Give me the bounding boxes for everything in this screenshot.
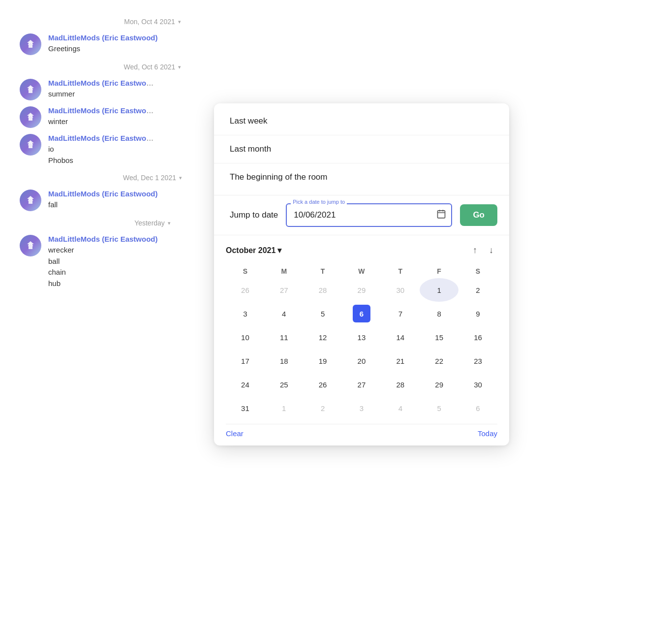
calendar-day[interactable]: 15	[420, 325, 458, 349]
message-text-1: Greetings	[48, 43, 158, 55]
date-input-wrapper: Pick a date to jump to	[286, 203, 452, 227]
date-separator-label: Mon, Oct 4 2021	[124, 18, 175, 26]
calendar-day[interactable]: 31	[226, 396, 265, 420]
calendar-day[interactable]: 19	[304, 349, 342, 373]
calendar-day[interactable]: 29	[342, 278, 381, 302]
calendar-day[interactable]: 2	[304, 396, 342, 420]
dropdown-menu-items: Last week Last month The beginning of th…	[214, 103, 509, 195]
message-text-6c: chain	[48, 267, 158, 278]
weekday-tue: T	[304, 264, 342, 278]
calendar-day[interactable]: 27	[265, 278, 304, 302]
jump-to-date-label: Jump to date	[230, 210, 278, 220]
calendar-month-year-text: October 2021	[226, 246, 275, 255]
calendar-day[interactable]: 11	[265, 325, 304, 349]
sender-name-6: MadLittleMods (Eric Eastwood)	[48, 235, 158, 243]
message-group-2: MadLittleMods (Eric Eastwo… summer	[20, 79, 285, 100]
weekday-mon: M	[265, 264, 304, 278]
date-separator-chevron-2: ▾	[178, 64, 181, 70]
message-content-2: MadLittleMods (Eric Eastwo… summer	[48, 79, 153, 100]
calendar-day[interactable]: 4	[381, 396, 420, 420]
sender-name-2: MadLittleMods (Eric Eastwo…	[48, 79, 153, 87]
date-separator-label-2: Wed, Oct 6 2021	[124, 63, 176, 71]
calendar-picker: October 2021 ▾ ↑ ↓ S M T W T F S	[214, 235, 509, 445]
calendar-day[interactable]: 3	[226, 302, 265, 325]
calendar-day[interactable]: 18	[265, 349, 304, 373]
dropdown-item-last-week[interactable]: Last week	[214, 107, 509, 135]
date-separator-chevron-3: ▾	[179, 175, 182, 181]
calendar-day[interactable]: 22	[420, 349, 458, 373]
today-button[interactable]: Today	[478, 429, 497, 438]
avatar-1	[20, 33, 41, 55]
calendar-day[interactable]: 28	[304, 278, 342, 302]
calendar-day[interactable]: 30	[381, 278, 420, 302]
calendar-day[interactable]: 29	[420, 373, 458, 396]
calendar-day[interactable]: 14	[381, 325, 420, 349]
calendar-grid: S M T W T F S 26272829301234567891011121…	[226, 264, 497, 420]
calendar-day[interactable]: 12	[304, 325, 342, 349]
date-separator-2[interactable]: Wed, Oct 6 2021 ▾	[20, 63, 285, 71]
avatar-2	[20, 79, 41, 100]
calendar-day[interactable]: 2	[458, 278, 497, 302]
message-text-4b: Phobos	[48, 155, 153, 166]
calendar-day[interactable]: 17	[226, 349, 265, 373]
calendar-next-button[interactable]: ↓	[485, 243, 497, 257]
jump-to-date-row: Jump to date Pick a date to jump to Go	[214, 195, 509, 235]
calendar-day[interactable]: 30	[458, 373, 497, 396]
date-separator-1[interactable]: Mon, Oct 4 2021 ▾	[20, 18, 285, 26]
date-field-label: Pick a date to jump to	[291, 199, 347, 205]
calendar-day[interactable]: 28	[381, 373, 420, 396]
calendar-day[interactable]: 16	[458, 325, 497, 349]
avatar-4	[20, 134, 41, 156]
message-text-6d: hub	[48, 278, 158, 289]
sender-name-1: MadLittleMods (Eric Eastwood)	[48, 33, 158, 42]
weekday-fri: F	[420, 264, 458, 278]
calendar-day[interactable]: 25	[265, 373, 304, 396]
calendar-day[interactable]: 13	[342, 325, 381, 349]
date-separator-label-3: Wed, Dec 1 2021	[123, 174, 176, 182]
date-separator-chevron: ▾	[178, 19, 181, 25]
message-text-6b: ball	[48, 256, 158, 267]
calendar-header: October 2021 ▾ ↑ ↓	[226, 243, 497, 257]
calendar-month-year[interactable]: October 2021 ▾	[226, 246, 281, 255]
avatar-6	[20, 235, 41, 256]
message-group-1: MadLittleMods (Eric Eastwood) Greetings	[20, 33, 285, 55]
go-button[interactable]: Go	[460, 204, 497, 226]
date-input-field[interactable]	[286, 203, 452, 227]
date-separator-chevron-4: ▾	[168, 220, 171, 226]
clear-button[interactable]: Clear	[226, 429, 244, 438]
calendar-day[interactable]: 27	[342, 373, 381, 396]
sender-name-5: MadLittleMods (Eric Eastwood)	[48, 190, 158, 198]
avatar-5	[20, 190, 41, 211]
calendar-day[interactable]: 10	[226, 325, 265, 349]
weekday-sun: S	[226, 264, 265, 278]
calendar-day[interactable]: 5	[304, 302, 342, 325]
sender-name-4: MadLittleMods (Eric Eastwo…	[48, 134, 153, 142]
avatar-3	[20, 106, 41, 128]
message-content-1: MadLittleMods (Eric Eastwood) Greetings	[48, 33, 158, 55]
message-content-4: MadLittleMods (Eric Eastwo… io Phobos	[48, 134, 153, 166]
calendar-day[interactable]: 8	[420, 302, 458, 325]
calendar-day[interactable]: 1	[265, 396, 304, 420]
calendar-day[interactable]: 1	[420, 278, 458, 302]
message-text-5: fall	[48, 199, 158, 211]
calendar-nav: ↑ ↓	[469, 243, 497, 257]
dropdown-item-beginning[interactable]: The beginning of the room	[214, 163, 509, 191]
date-jump-dropdown: Last week Last month The beginning of th…	[214, 103, 509, 445]
calendar-day[interactable]: 26	[304, 373, 342, 396]
dropdown-item-last-month[interactable]: Last month	[214, 135, 509, 163]
calendar-day[interactable]: 24	[226, 373, 265, 396]
calendar-day[interactable]: 4	[265, 302, 304, 325]
calendar-day[interactable]: 7	[381, 302, 420, 325]
calendar-day[interactable]: 21	[381, 349, 420, 373]
calendar-day[interactable]: 6	[342, 302, 381, 325]
calendar-day[interactable]: 5	[420, 396, 458, 420]
calendar-day[interactable]: 9	[458, 302, 497, 325]
calendar-day[interactable]: 20	[342, 349, 381, 373]
message-content-5: MadLittleMods (Eric Eastwood) fall	[48, 190, 158, 211]
calendar-month-year-chevron: ▾	[277, 246, 281, 255]
calendar-day[interactable]: 3	[342, 396, 381, 420]
calendar-prev-button[interactable]: ↑	[469, 243, 481, 257]
calendar-day[interactable]: 6	[458, 396, 497, 420]
calendar-day[interactable]: 23	[458, 349, 497, 373]
calendar-day[interactable]: 26	[226, 278, 265, 302]
